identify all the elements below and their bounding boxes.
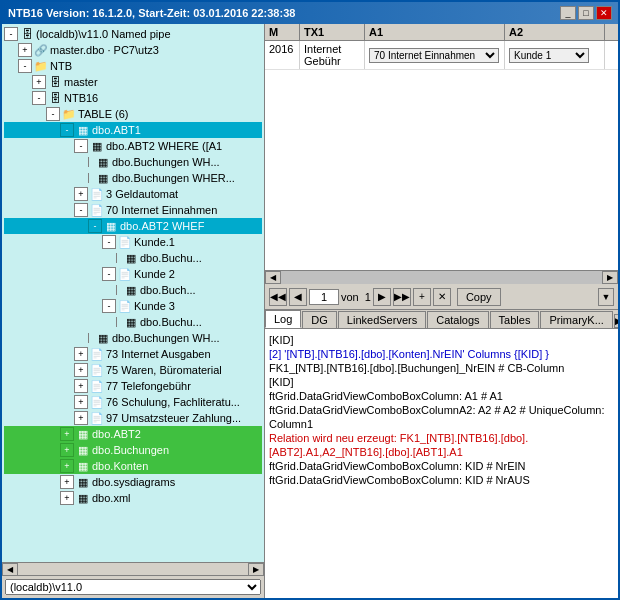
a1-dropdown[interactable]: 70 Internet Einnahmen 73 Internet Ausgab… bbox=[369, 48, 499, 63]
tab-scroll-arrow[interactable]: ▶ bbox=[614, 314, 618, 328]
tree-item-table6[interactable]: - 📁 TABLE (6) bbox=[4, 106, 262, 122]
tree-item-umsatz97[interactable]: + 📄 97 Umsatzsteuer Zahlung... bbox=[4, 410, 262, 426]
expand-icon[interactable]: + bbox=[60, 491, 74, 505]
expand-icon[interactable]: - bbox=[32, 91, 46, 105]
expand-icon[interactable]: - bbox=[18, 59, 32, 73]
tab-dg[interactable]: DG bbox=[302, 311, 337, 328]
tree-item-abt2whef[interactable]: - ▦ dbo.ABT2 WHEF bbox=[4, 218, 262, 234]
expand-icon[interactable]: + bbox=[18, 43, 32, 57]
tree-item-kunde3[interactable]: - 📄 Kunde 3 bbox=[4, 298, 262, 314]
tree-item-abt1[interactable]: - ▦ dbo.ABT1 bbox=[4, 122, 262, 138]
expand-icon[interactable]: + bbox=[74, 411, 88, 425]
tree-item-kunde2[interactable]: - 📄 Kunde 2 bbox=[4, 266, 262, 282]
expand-icon[interactable]: - bbox=[46, 107, 60, 121]
tree-item-buchungenWH[interactable]: ▦ dbo.Buchungen WH... bbox=[4, 330, 262, 346]
nav-add-button[interactable]: + bbox=[413, 288, 431, 306]
expand-icon[interactable]: + bbox=[74, 395, 88, 409]
tree-label: dbo.Buchu... bbox=[140, 252, 202, 264]
nav-scroll-btn[interactable]: ▼ bbox=[598, 288, 614, 306]
nav-page-input[interactable] bbox=[309, 289, 339, 305]
tree-item-telefon77[interactable]: + 📄 77 Telefongebühr bbox=[4, 378, 262, 394]
tree-item-buchungen1[interactable]: ▦ dbo.Buchungen WH... bbox=[4, 154, 262, 170]
expand-icon[interactable]: - bbox=[60, 123, 74, 137]
table-icon: ▦ bbox=[76, 475, 90, 489]
log-area[interactable]: [KID] [2] '[NTB].[NTB16].[dbo].[Konten].… bbox=[265, 329, 618, 598]
minimize-button[interactable]: _ bbox=[560, 6, 576, 20]
log-line: ftGrid.DataGridViewComboBoxColumn: KID #… bbox=[269, 459, 614, 473]
tree-item-buchungen2[interactable]: ▦ dbo.Buchungen WHER... bbox=[4, 170, 262, 186]
table-icon: ▦ bbox=[124, 283, 138, 297]
tab-log[interactable]: Log bbox=[265, 310, 301, 328]
expand-icon[interactable]: + bbox=[32, 75, 46, 89]
log-line: ftGrid.DataGridViewComboBoxColumn: A1 # … bbox=[269, 389, 614, 403]
scroll-left-btn[interactable]: ◀ bbox=[2, 563, 18, 576]
tree-area[interactable]: - 🗄 (localdb)\v11.0 Named pipe + 🔗 maste… bbox=[2, 24, 264, 562]
tree-item-schulung[interactable]: + 📄 76 Schulung, Fachliteratu... bbox=[4, 394, 262, 410]
connection-dropdown[interactable]: (localdb)\v11.0 bbox=[5, 579, 261, 595]
expand-icon[interactable]: + bbox=[60, 443, 74, 457]
tree-item-ntb[interactable]: - 📁 NTB bbox=[4, 58, 262, 74]
grid-scrollbar-h[interactable]: ◀ ▶ bbox=[265, 271, 618, 284]
connection-icon: 🔗 bbox=[34, 43, 48, 57]
tree-label: 3 Geldautomat bbox=[106, 188, 178, 200]
tree-item-dbobuchu2[interactable]: ▦ dbo.Buch... bbox=[4, 282, 262, 298]
col-m-header: M bbox=[265, 24, 300, 40]
tree-item-internet73[interactable]: + 📄 73 Internet Ausgaben bbox=[4, 346, 262, 362]
expand-icon[interactable]: - bbox=[74, 139, 88, 153]
expand-icon[interactable]: + bbox=[74, 187, 88, 201]
tree-item-dbobuchungen[interactable]: + ▦ dbo.Buchungen bbox=[4, 442, 262, 458]
tab-catalogs[interactable]: Catalogs bbox=[427, 311, 488, 328]
folder-icon: 📁 bbox=[34, 59, 48, 73]
expand-icon[interactable]: + bbox=[74, 363, 88, 377]
expand-icon[interactable]: - bbox=[88, 219, 102, 233]
tree-item-dbokonten[interactable]: + ▦ dbo.Konten bbox=[4, 458, 262, 474]
tree-item-masterdbo[interactable]: + 🔗 master.dbo · PC7\utz3 bbox=[4, 42, 262, 58]
tree-item-internet70[interactable]: - 📄 70 Internet Einnahmen bbox=[4, 202, 262, 218]
tab-tables[interactable]: Tables bbox=[490, 311, 540, 328]
tree-item-abt2where[interactable]: - ▦ dbo.ABT2 WHERE ([A1 bbox=[4, 138, 262, 154]
tree-item-dboabt2[interactable]: + ▦ dbo.ABT2 bbox=[4, 426, 262, 442]
tree-item-master[interactable]: + 🗄 master bbox=[4, 74, 262, 90]
tree-item-geldautomat[interactable]: + 📄 3 Geldautomat bbox=[4, 186, 262, 202]
nav-last-button[interactable]: ▶▶ bbox=[393, 288, 411, 306]
tree-item-kunde1[interactable]: - 📄 Kunde.1 bbox=[4, 234, 262, 250]
expand-icon[interactable]: + bbox=[60, 475, 74, 489]
expand-icon[interactable]: + bbox=[60, 427, 74, 441]
tab-primaryk[interactable]: PrimaryK... bbox=[540, 311, 612, 328]
tree-scrollbar-h[interactable]: ◀ ▶ bbox=[2, 562, 264, 575]
expand-icon[interactable]: + bbox=[60, 459, 74, 473]
tree-item-waren75[interactable]: + 📄 75 Waren, Büromaterial bbox=[4, 362, 262, 378]
tree-label: dbo.Konten bbox=[92, 460, 148, 472]
tree-item-dbobuchu3[interactable]: ▦ dbo.Buchu... bbox=[4, 314, 262, 330]
expand-icon[interactable]: - bbox=[74, 203, 88, 217]
log-line: ftGrid.DataGridViewComboBoxColumn: KID #… bbox=[269, 473, 614, 487]
scroll-right-btn[interactable]: ▶ bbox=[248, 563, 264, 576]
tree-item-localdb[interactable]: - 🗄 (localdb)\v11.0 Named pipe bbox=[4, 26, 262, 42]
grid-scroll-left-btn[interactable]: ◀ bbox=[265, 271, 281, 284]
tree-item-dboxml[interactable]: + ▦ dbo.xml bbox=[4, 490, 262, 506]
expand-icon[interactable]: - bbox=[102, 299, 116, 313]
tree-item-dbobuchu1[interactable]: ▦ dbo.Buchu... bbox=[4, 250, 262, 266]
cell-a1: 70 Internet Einnahmen 73 Internet Ausgab… bbox=[365, 41, 505, 69]
table-row: 2016 Internet Gebühr 70 Internet Einnahm… bbox=[265, 41, 618, 70]
table-icon: ▦ bbox=[76, 123, 90, 137]
a2-dropdown[interactable]: Kunde 1 Kunde 2 Kunde 3 bbox=[509, 48, 589, 63]
nav-next-button[interactable]: ▶ bbox=[373, 288, 391, 306]
nav-first-button[interactable]: ◀◀ bbox=[269, 288, 287, 306]
nav-prev-button[interactable]: ◀ bbox=[289, 288, 307, 306]
tree-label: dbo.xml bbox=[92, 492, 131, 504]
expand-icon[interactable]: - bbox=[102, 235, 116, 249]
expand-icon[interactable]: + bbox=[74, 379, 88, 393]
nav-delete-button[interactable]: ✕ bbox=[433, 288, 451, 306]
close-button[interactable]: ✕ bbox=[596, 6, 612, 20]
tree-item-ntb16[interactable]: - 🗄 NTB16 bbox=[4, 90, 262, 106]
tree-label: dbo.Buchungen WH... bbox=[112, 156, 220, 168]
tree-item-dbosysdiagrams[interactable]: + ▦ dbo.sysdiagrams bbox=[4, 474, 262, 490]
grid-scroll-right-btn[interactable]: ▶ bbox=[602, 271, 618, 284]
expand-icon[interactable]: - bbox=[102, 267, 116, 281]
copy-button[interactable]: Copy bbox=[457, 288, 501, 306]
maximize-button[interactable]: □ bbox=[578, 6, 594, 20]
expand-icon[interactable]: - bbox=[4, 27, 18, 41]
tab-linkedservers[interactable]: LinkedServers bbox=[338, 311, 426, 328]
expand-icon[interactable]: + bbox=[74, 347, 88, 361]
